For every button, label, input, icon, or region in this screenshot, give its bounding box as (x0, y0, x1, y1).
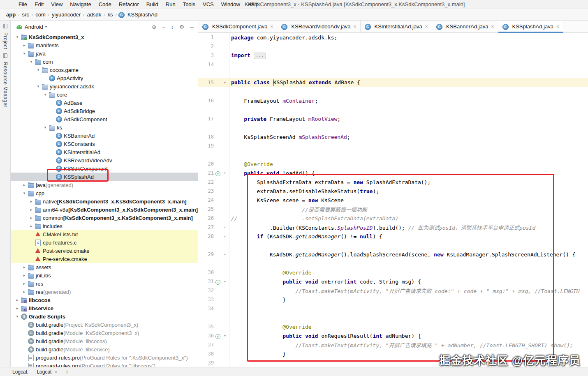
code-line-18[interactable]: 18 KsSplashScreenAd mSplashScreenAd; (198, 132, 588, 141)
chevron-down-icon[interactable]: ▾ (28, 60, 35, 64)
gutter[interactable] (198, 313, 229, 322)
gutter[interactable]: 22 (198, 178, 229, 187)
tool-button-resource-manager[interactable]: Resource Manager (2, 62, 8, 107)
tree-item-res-generated[interactable]: ▸res (generated) (11, 288, 198, 296)
tree-item-kssdkcomponent[interactable]: KSSdkComponent (11, 164, 198, 173)
line-number[interactable]: 34 (198, 306, 214, 311)
fold-icon[interactable]: ▾ (222, 171, 228, 175)
gutter[interactable]: 33 (198, 295, 229, 304)
tree-item-adsdkcomponent[interactable]: AdSdkComponent (11, 115, 198, 123)
menu-code[interactable]: Code (95, 1, 115, 7)
gutter[interactable]: 35 (198, 322, 229, 331)
breadcrumb-item-app[interactable]: app (5, 12, 17, 18)
settings-gear-icon[interactable]: ⚙ (179, 24, 184, 30)
code-line-30[interactable]: 30 @Override (198, 268, 588, 277)
tree-item-common[interactable]: ▸common [KsSdkComponent3_x.KsSdkComponen… (11, 214, 198, 222)
gutter[interactable] (198, 105, 229, 114)
code-line-blank[interactable] (198, 259, 588, 268)
line-number[interactable]: 38 (198, 351, 214, 357)
gutter[interactable]: 20 (198, 159, 229, 168)
breadcrumb-item-com[interactable]: com (34, 12, 47, 18)
gutter[interactable] (198, 69, 229, 78)
override-method-icon[interactable]: ↑ (215, 171, 220, 176)
tree-item-appactivity[interactable]: AppActivity (11, 74, 198, 82)
gutter[interactable] (198, 150, 229, 159)
tree-item-libservice[interactable]: ▸libservice (11, 304, 198, 312)
locate-file-icon[interactable]: ⊕ (152, 24, 156, 30)
gutter[interactable]: 36↑▾ (198, 331, 229, 340)
breadcrumb-item-adsdk[interactable]: adsdk (86, 12, 103, 18)
hide-panel-icon[interactable]: ─ (190, 24, 194, 30)
line-number[interactable]: 30 (198, 270, 214, 275)
gutter[interactable]: 28▾ (198, 232, 229, 241)
menu-tools[interactable]: Tools (179, 1, 199, 7)
code-line-22[interactable]: 22 SplashAdExtraData extraData = new Spl… (198, 178, 588, 187)
code-line-16[interactable]: 16 FrameLayout mContainer; (198, 96, 588, 105)
code-line-blank[interactable] (198, 69, 588, 78)
code-line-25[interactable]: 25 //是否需要屏蔽摇一摇功能 (198, 205, 588, 214)
tree-item-java-generated[interactable]: ▸java (generated) (11, 181, 198, 189)
gutter[interactable]: 1 (198, 33, 229, 42)
tree-item-arm64-v8a[interactable]: ▸arm64-v8a [KsSdkComponent3_x.KsSdkCompo… (11, 205, 198, 214)
menu-edit[interactable]: Edit (31, 1, 47, 7)
close-icon[interactable]: × (354, 24, 357, 30)
fold-icon[interactable]: ▾ (222, 279, 228, 284)
code-line-32[interactable]: 32 //Toast.makeText(mActivity, "开屏广告请求失败… (198, 286, 588, 295)
code-line-38[interactable]: 38 } (198, 349, 588, 358)
code-line-37[interactable]: 37 //Toast.makeText(mActivity, "开屏广告请求填充… (198, 340, 588, 349)
code-line-23[interactable]: 23 extraData.setDisableShakeStatus(true)… (198, 187, 588, 196)
code-line-3[interactable]: 3import ... (198, 51, 588, 60)
chevron-right-icon[interactable]: ▸ (28, 208, 35, 212)
gutter[interactable]: 29▾ (198, 250, 229, 259)
code-editor[interactable]: 1package com.yiyuancoder.adsdk.ks;23impo… (198, 33, 588, 367)
chevron-down-icon[interactable]: ▾ (21, 51, 28, 55)
tree-item-com[interactable]: ▾com (11, 58, 198, 66)
tree-item-cpp[interactable]: ▾cpp (11, 189, 198, 197)
code-line-20[interactable]: 20 @Override (198, 159, 588, 168)
tab-ksbannerad-java[interactable]: KSBannerAd.java× (432, 21, 498, 32)
tree-item-ksconstants[interactable]: KSConstants (11, 140, 198, 148)
chevron-right-icon[interactable]: ▸ (21, 290, 28, 294)
close-icon[interactable]: × (425, 24, 428, 30)
fold-icon[interactable]: ▾ (222, 225, 228, 229)
close-icon[interactable]: × (491, 24, 494, 30)
menu-run[interactable]: Run (162, 1, 179, 7)
fold-icon[interactable]: ▾ (222, 252, 228, 256)
tree-item-ksbannerad[interactable]: KSBannerAd (11, 131, 198, 140)
gutter[interactable] (198, 123, 229, 132)
code-line-36[interactable]: 36↑▾ public void onRequestResult(int adN… (198, 331, 588, 340)
chevron-right-icon[interactable]: ▸ (14, 306, 21, 310)
tree-item-kssdkcomponent3-x[interactable]: ▾KsSdkComponent3_x (11, 33, 198, 41)
chevron-right-icon[interactable]: ▸ (28, 199, 35, 203)
gutter[interactable]: 27▾ (198, 223, 229, 232)
chevron-right-icon[interactable]: ▸ (21, 183, 28, 187)
line-number[interactable]: 24 (198, 197, 214, 203)
line-number[interactable]: 22 (198, 179, 214, 185)
tree-item-build-gradle-module-libservice[interactable]: build.gradle (Module :libservice) (11, 345, 198, 353)
code-line-28[interactable]: 28▾ if (KsAdSDK.getLoadManager() != null… (198, 232, 588, 241)
gutter[interactable]: 32 (198, 286, 229, 295)
tab-ksinterstitialad-java[interactable]: KSInterstitialAd.java× (361, 21, 432, 32)
code-line-2[interactable]: 2 (198, 42, 588, 51)
fold-icon[interactable]: ▾ (222, 81, 228, 85)
code-line-21[interactable]: 21↑▾ public void loadAd() { (198, 168, 588, 178)
folded-imports-badge[interactable]: ... (254, 53, 266, 59)
line-number[interactable]: 23 (198, 188, 214, 194)
chevron-right-icon[interactable]: ▸ (21, 273, 28, 277)
code-line-33[interactable]: 33 } (198, 295, 588, 304)
gutter[interactable]: 15▾ (198, 78, 229, 87)
tree-item-core[interactable]: ▾core (11, 90, 198, 99)
gutter[interactable]: 24 (198, 196, 229, 205)
menu-file[interactable]: File (15, 1, 31, 7)
gutter[interactable]: 31↑▾ (198, 277, 229, 286)
tree-item-libcocos[interactable]: ▸libcocos (11, 296, 198, 304)
collapse-all-icon[interactable]: ≡ (162, 24, 165, 30)
tool-button-project[interactable]: Project (2, 32, 8, 49)
code-line-27[interactable]: 27▾ .Builder(KSConstants.SplashPosID).bu… (198, 223, 588, 232)
code-line-19[interactable]: 19 (198, 141, 588, 150)
line-number[interactable]: 29 (198, 251, 214, 257)
expand-collapse-icon[interactable]: ↕ (171, 24, 174, 30)
gutter[interactable]: 34 (198, 304, 229, 313)
gutter[interactable]: 17 (198, 114, 229, 123)
line-number[interactable]: 18 (198, 134, 214, 140)
